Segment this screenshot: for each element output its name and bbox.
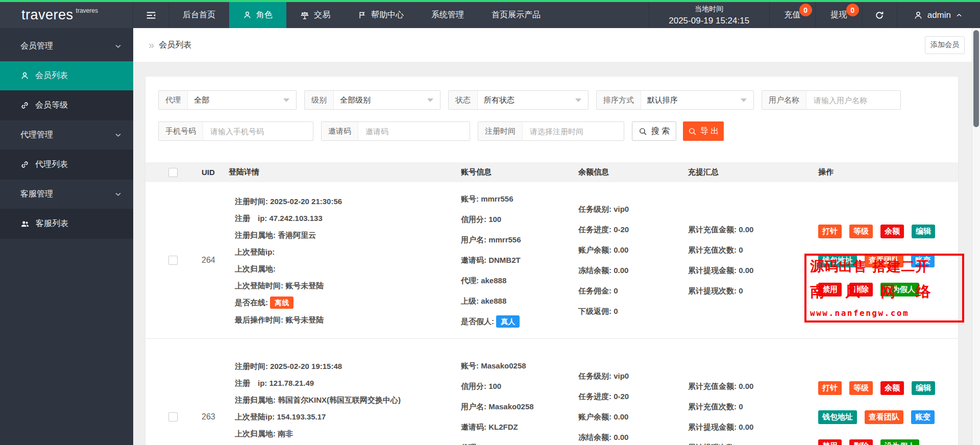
invite-code-input[interactable]: [364, 127, 463, 136]
breadcrumb-bar: » 会员列表 添加会员: [133, 28, 980, 62]
local-time-value: 2025-09-19 15:24:15: [669, 16, 749, 26]
column-header-login: 登陆详情: [225, 162, 457, 182]
uid-value: 264: [191, 182, 225, 338]
chevron-down-icon: [114, 190, 122, 198]
agent-filter: 代理 全部: [158, 90, 297, 110]
inject-button[interactable]: 打针: [818, 381, 842, 395]
chevron-down-icon: [741, 98, 747, 102]
column-header-ops: 操作: [814, 162, 958, 182]
link-icon: [20, 101, 29, 110]
table-header: UID 登陆详情 账号信息 余额信息 充提汇总 操作: [145, 162, 958, 182]
chevron-down-icon: [283, 98, 289, 102]
user-menu[interactable]: admin: [897, 2, 980, 28]
sidebar-group-support-management[interactable]: 客服管理: [0, 180, 133, 209]
tab-dashboard[interactable]: 后台首页: [169, 2, 229, 28]
logo-superscript: traveres: [76, 7, 98, 14]
view-team-button[interactable]: 查看团队: [865, 254, 903, 267]
disable-button[interactable]: 禁用: [818, 283, 842, 296]
sidebar-item-member-list[interactable]: 会员列表: [0, 61, 133, 91]
local-time: 当地时间 2025-09-19 15:24:15: [649, 2, 770, 28]
chevron-down-icon: [114, 42, 122, 50]
level-button[interactable]: 等级: [849, 225, 873, 238]
withdraw-button[interactable]: 提现 0: [816, 2, 863, 28]
add-member-button[interactable]: 添加会员: [925, 36, 965, 54]
view-team-button[interactable]: 查看团队: [865, 410, 903, 424]
status-select[interactable]: 所有状态: [478, 91, 588, 109]
search-button[interactable]: 搜 索: [632, 121, 676, 141]
export-button[interactable]: 导 出: [683, 121, 724, 141]
tab-system[interactable]: 系统管理: [418, 2, 478, 28]
scales-icon: [300, 11, 309, 20]
edit-button[interactable]: 编辑: [912, 381, 935, 395]
column-header-uid: UID: [191, 162, 225, 182]
sort-select[interactable]: 默认排序: [641, 91, 753, 109]
menu-collapse-icon: [145, 10, 157, 21]
refresh-button[interactable]: [863, 2, 897, 28]
filter-row-2: 手机号码 邀请码 注册时间: [158, 121, 958, 141]
set-fake-button[interactable]: 设为假人: [880, 439, 919, 445]
column-header-balance: 余额信息: [574, 162, 684, 182]
search-icon: [688, 127, 697, 136]
chevron-down-icon: [575, 98, 581, 102]
phone-input[interactable]: [209, 127, 307, 136]
recharge-summary-cell: 累计充值金额: 0.00 累计充值次数: 0 累计提现金额: 0.00 累计提现…: [684, 182, 814, 338]
actions-cell: 打针 等级 余额 编辑 钱包地址 查看团队 账变 禁用 删除 设为假人: [814, 339, 958, 445]
person-icon: [243, 11, 252, 19]
login-details-cell: 注册时间: 2025-02-20 19:15:48 注册 ip: 121.78.…: [225, 339, 457, 445]
scrollbar-thumb[interactable]: [973, 30, 979, 127]
row-checkbox[interactable]: [168, 412, 178, 422]
sidebar-collapse-button[interactable]: [133, 2, 169, 28]
inject-button[interactable]: 打针: [818, 225, 842, 238]
agent-select[interactable]: 全部: [188, 91, 296, 109]
user-icon: [914, 11, 923, 20]
phone-filter: 手机号码: [158, 121, 313, 141]
set-fake-button[interactable]: 设为假人: [880, 283, 919, 296]
sidebar-item-support-list[interactable]: 客服列表: [0, 209, 133, 239]
recharge-badge: 0: [799, 4, 812, 16]
tab-roles[interactable]: 角色: [229, 2, 286, 28]
delete-button[interactable]: 删除: [849, 439, 873, 445]
balance-info-cell: 任务级别: vip0 任务进度: 0-20 账户余额: 0.00 冻结余额: 0…: [574, 182, 684, 338]
column-header-account: 账号信息: [457, 162, 574, 182]
account-info-cell: 账号: Masako0258 信用分: 100 用户名: Masako0258 …: [457, 339, 574, 445]
balance-button[interactable]: 余额: [880, 381, 904, 395]
wallet-address-button[interactable]: 钱包地址: [818, 410, 857, 424]
page-title: 会员列表: [159, 40, 191, 51]
sidebar-item-member-level[interactable]: 会员等级: [0, 91, 133, 120]
sidebar-item-agent-list[interactable]: 代理列表: [0, 150, 133, 180]
level-select[interactable]: 全部级别: [334, 91, 440, 109]
login-details-cell: 注册时间: 2025-02-20 21:30:56 注册 ip: 47.242.…: [225, 182, 457, 338]
sidebar-group-agent-management[interactable]: 代理管理: [0, 120, 133, 150]
edit-button[interactable]: 编辑: [912, 225, 935, 238]
vertical-scrollbar[interactable]: [972, 28, 980, 445]
tab-help-center[interactable]: 帮助中心: [344, 2, 418, 28]
disable-button[interactable]: 禁用: [818, 439, 842, 445]
recharge-button[interactable]: 充值 0: [770, 2, 816, 28]
topbar-right: 当地时间 2025-09-19 15:24:15 充值 0 提现 0 adm: [649, 2, 980, 28]
breadcrumb-arrow-icon: »: [149, 39, 154, 51]
balance-info-cell: 任务级别: vip0 任务进度: 0-20 账户余额: 0.00 冻结余额: 0…: [574, 339, 684, 445]
chevron-down-icon: [427, 98, 433, 102]
filter-row-1: 代理 全部 级别 全部级别 状态 所有状态: [158, 90, 958, 110]
row-checkbox[interactable]: [168, 256, 178, 265]
local-time-label: 当地时间: [695, 5, 723, 14]
select-all-checkbox[interactable]: [168, 168, 178, 177]
account-changes-button[interactable]: 账变: [911, 410, 935, 424]
tab-transactions[interactable]: 交易: [286, 2, 344, 28]
username-input[interactable]: [813, 95, 894, 105]
actions-cell: 打针 等级 余额 编辑 钱包地址 查看团队 账变 禁用 删除 设为假人: [814, 182, 958, 338]
logo-text: traveres: [21, 7, 74, 23]
account-changes-button[interactable]: 账变: [911, 254, 935, 267]
balance-button[interactable]: 余额: [880, 225, 904, 238]
delete-button[interactable]: 删除: [849, 283, 873, 296]
refresh-icon: [874, 10, 885, 20]
sidebar-group-member-management[interactable]: 会员管理: [0, 32, 133, 61]
invite-code-filter: 邀请码: [321, 121, 470, 141]
uid-value: 263: [191, 339, 225, 445]
register-time-input[interactable]: [529, 127, 618, 136]
person-icon: [20, 71, 29, 80]
user-name: admin: [927, 10, 951, 20]
wallet-address-button[interactable]: 钱包地址: [818, 254, 857, 267]
tab-home-products[interactable]: 首页展示产品: [478, 2, 554, 28]
level-button[interactable]: 等级: [849, 381, 873, 395]
